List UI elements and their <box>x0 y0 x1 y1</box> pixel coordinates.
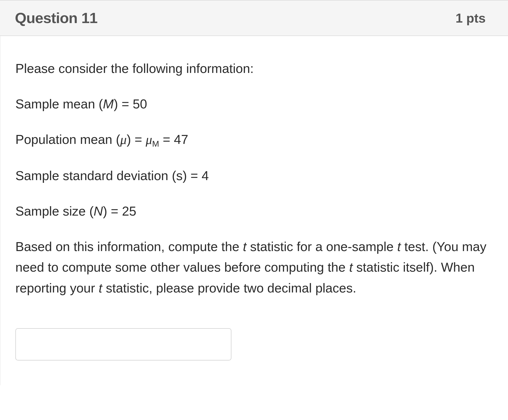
symbol-t: t <box>349 260 353 274</box>
population-mean-line: Population mean (μ) = μM = 47 <box>15 129 493 150</box>
question-body: Please consider the following informatio… <box>0 36 508 385</box>
symbol-M: M <box>103 97 114 111</box>
text-fragment: ) = 50 <box>114 97 147 111</box>
symbol-t: t <box>99 281 102 295</box>
text-fragment: Population mean ( <box>15 132 120 147</box>
symbol-t: t <box>243 239 246 254</box>
text-fragment: statistic for a one-sample <box>247 239 397 254</box>
question-header: Question 11 1 pts <box>0 0 508 36</box>
sample-size-line: Sample size (N) = 25 <box>15 201 493 222</box>
quiz-question-container: Question 11 1 pts Please consider the fo… <box>0 0 508 385</box>
question-title: Question 11 <box>15 9 97 27</box>
prompt-paragraph: Based on this information, compute the t… <box>15 236 493 298</box>
symbol-mu: μ <box>120 132 127 147</box>
subscript-M: M <box>152 139 159 149</box>
question-text: Please consider the following informatio… <box>15 58 493 298</box>
symbol-mu: μ <box>146 132 152 147</box>
text-fragment: = 47 <box>159 132 188 147</box>
text-fragment: Sample size ( <box>15 204 94 218</box>
standard-deviation-line: Sample standard deviation (s) = 4 <box>15 165 493 186</box>
symbol-N: N <box>94 204 103 218</box>
text-fragment: statistic, please provide two decimal pl… <box>102 281 356 295</box>
text-fragment: ) = 25 <box>103 204 136 218</box>
symbol-t: t <box>397 239 401 254</box>
text-fragment: Sample mean ( <box>15 97 103 111</box>
answer-input[interactable] <box>15 328 231 360</box>
intro-line: Please consider the following informatio… <box>15 58 493 79</box>
text-fragment: ) = <box>127 132 146 147</box>
sample-mean-line: Sample mean (M) = 50 <box>15 94 493 114</box>
question-points: 1 pts <box>456 11 486 26</box>
text-fragment: Based on this information, compute the <box>15 239 243 254</box>
